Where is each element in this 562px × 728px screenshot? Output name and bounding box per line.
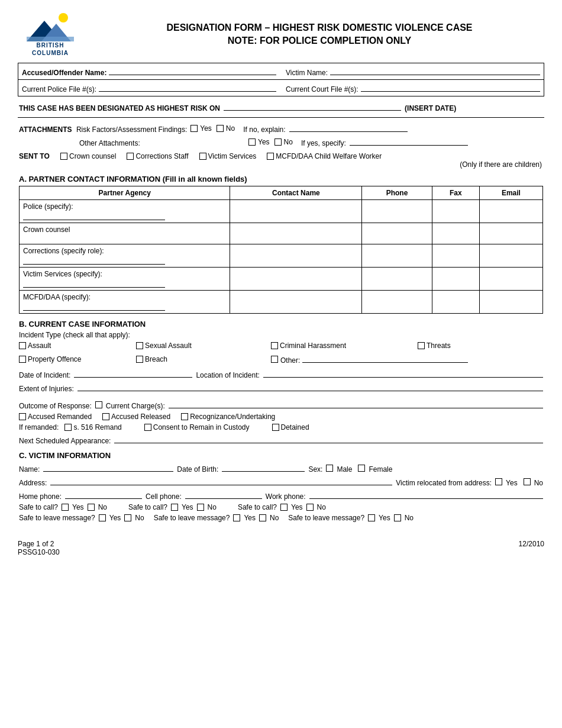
next-appearance-input[interactable] <box>114 434 543 443</box>
accused-remanded-item: Accused Remanded <box>19 413 92 421</box>
safe-leave-no-3-checkbox[interactable] <box>394 514 401 521</box>
name-dob-sex-row: Name: Date of Birth: Sex: Male Female <box>19 462 543 473</box>
phone-cell-3[interactable] <box>362 268 432 291</box>
designation-date-input[interactable] <box>224 101 401 111</box>
corrections-checkbox[interactable] <box>127 153 134 160</box>
fax-cell-4[interactable] <box>432 291 479 314</box>
charges-input[interactable] <box>169 399 543 408</box>
detained-checkbox[interactable] <box>272 424 279 431</box>
other-yes-checkbox[interactable] <box>248 138 256 146</box>
victim-services-item: Victim Services <box>199 152 257 160</box>
safe-call-yes-3-label: Yes <box>291 503 303 511</box>
safe-leave-label-1: Safe to leave message? <box>19 514 95 522</box>
court-file-field: Current Court File #(s): <box>286 82 540 94</box>
sexual-assault-checkbox[interactable] <box>136 342 143 349</box>
threats-checkbox[interactable] <box>418 342 425 349</box>
property-checkbox[interactable] <box>19 356 26 363</box>
if-no-explain-input[interactable] <box>289 123 408 132</box>
phone-cell-2[interactable] <box>362 244 432 268</box>
accused-remanded-checkbox[interactable] <box>19 413 26 420</box>
recognizance-item: Recognizance/Undertaking <box>181 413 275 421</box>
victim-services-checkbox[interactable] <box>199 153 206 160</box>
risk-yes-checkbox[interactable] <box>190 125 198 132</box>
breach-checkbox[interactable] <box>136 356 143 363</box>
agency-input-2[interactable] <box>23 256 165 265</box>
agency-input-3[interactable] <box>23 279 165 288</box>
safe-leave-yes-3-checkbox[interactable] <box>368 514 375 521</box>
s516-checkbox[interactable] <box>64 424 72 431</box>
criminal-harassment-checkbox[interactable] <box>271 342 278 349</box>
incident-check-text: Incident Type (check all that apply): <box>19 331 130 339</box>
email-cell-1[interactable] <box>479 223 542 244</box>
location-input[interactable] <box>263 368 543 378</box>
section-b-title: B. CURRENT CASE INFORMATION <box>19 320 543 328</box>
date-input[interactable] <box>74 368 192 378</box>
email-cell-2[interactable] <box>479 244 542 268</box>
other-no-label: No <box>284 138 293 146</box>
safe-call-yes-1-checkbox[interactable] <box>62 504 69 511</box>
accused-released-checkbox[interactable] <box>102 413 109 420</box>
agency-input-4[interactable] <box>23 302 165 311</box>
safe-call-yes-3-checkbox[interactable] <box>280 504 288 511</box>
relocated-yes-checkbox[interactable] <box>495 478 502 485</box>
other-no-checkbox[interactable] <box>274 138 282 146</box>
crown-counsel-checkbox[interactable] <box>60 153 67 160</box>
email-cell-0[interactable] <box>479 200 542 223</box>
safe-leave-no-2-checkbox[interactable] <box>259 514 266 521</box>
if-yes-specify-input[interactable] <box>350 136 468 146</box>
assault-checkbox[interactable] <box>19 342 26 349</box>
court-file-input[interactable] <box>361 82 540 92</box>
cell-phone-input[interactable] <box>185 489 262 499</box>
other-checkbox[interactable] <box>271 356 278 363</box>
phone-cell-0[interactable] <box>362 200 432 223</box>
fax-cell-0[interactable] <box>432 200 479 223</box>
safe-call-no-3-checkbox[interactable] <box>306 504 314 511</box>
attachments-section: ATTACHMENTS Risk Factors/Assessment Find… <box>18 123 544 147</box>
agency-label-4: MCFD/DAA (specify): <box>23 293 91 301</box>
address-input[interactable] <box>50 476 392 485</box>
fax-cell-2[interactable] <box>432 244 479 268</box>
accused-field: Accused/Offender Name: <box>22 66 276 77</box>
accused-input[interactable] <box>109 66 276 75</box>
phone-cell-1[interactable] <box>362 223 432 244</box>
contact-cell-2[interactable] <box>230 244 362 268</box>
phone-cell-4[interactable] <box>362 291 432 314</box>
victim-name-input[interactable] <box>43 462 173 472</box>
home-phone-input[interactable] <box>65 489 142 499</box>
police-file-label: Current Police File #(s): <box>22 85 96 94</box>
contact-cell-3[interactable] <box>230 268 362 291</box>
mcfd-note-label: (Only if there are children) <box>460 160 542 169</box>
safe-call-yes-2-checkbox[interactable] <box>171 504 178 511</box>
safe-leave-yes-1-checkbox[interactable] <box>99 514 106 521</box>
injuries-input[interactable] <box>77 382 543 391</box>
recognizance-checkbox[interactable] <box>181 413 188 420</box>
contact-cell-4[interactable] <box>230 291 362 314</box>
contact-cell-0[interactable] <box>230 200 362 223</box>
consent-checkbox[interactable] <box>144 424 151 431</box>
fax-cell-1[interactable] <box>432 223 479 244</box>
risk-no-checkbox[interactable] <box>217 125 224 132</box>
relocated-no-checkbox[interactable] <box>524 478 531 485</box>
female-checkbox[interactable] <box>358 465 365 472</box>
dob-input[interactable] <box>222 462 305 472</box>
agency-input-0[interactable] <box>23 212 165 220</box>
fax-cell-3[interactable] <box>432 268 479 291</box>
police-file-input[interactable] <box>99 82 276 92</box>
safe-leave-no-1-checkbox[interactable] <box>124 514 131 521</box>
work-phone-input[interactable] <box>309 489 543 499</box>
other-input[interactable] <box>302 353 468 363</box>
safe-call-no-2-checkbox[interactable] <box>197 504 204 511</box>
contact-cell-1[interactable] <box>230 223 362 244</box>
victim-input[interactable] <box>330 66 540 75</box>
other-attachments-label: Other Attachments: <box>79 139 140 147</box>
title-line2: NOTE: FOR POLICE COMPLETION ONLY <box>228 36 412 46</box>
safe-call-no-1-checkbox[interactable] <box>88 504 95 511</box>
mcfd-checkbox[interactable] <box>267 153 274 160</box>
email-cell-3[interactable] <box>479 268 542 291</box>
outcome-checkbox[interactable] <box>95 401 102 408</box>
sent-to-row: SENT TO Crown counsel Corrections Staff … <box>19 152 543 160</box>
safe-leave-yes-2-checkbox[interactable] <box>233 514 240 521</box>
male-checkbox[interactable] <box>326 465 333 472</box>
threats-label: Threats <box>427 342 451 350</box>
email-cell-4[interactable] <box>479 291 542 314</box>
